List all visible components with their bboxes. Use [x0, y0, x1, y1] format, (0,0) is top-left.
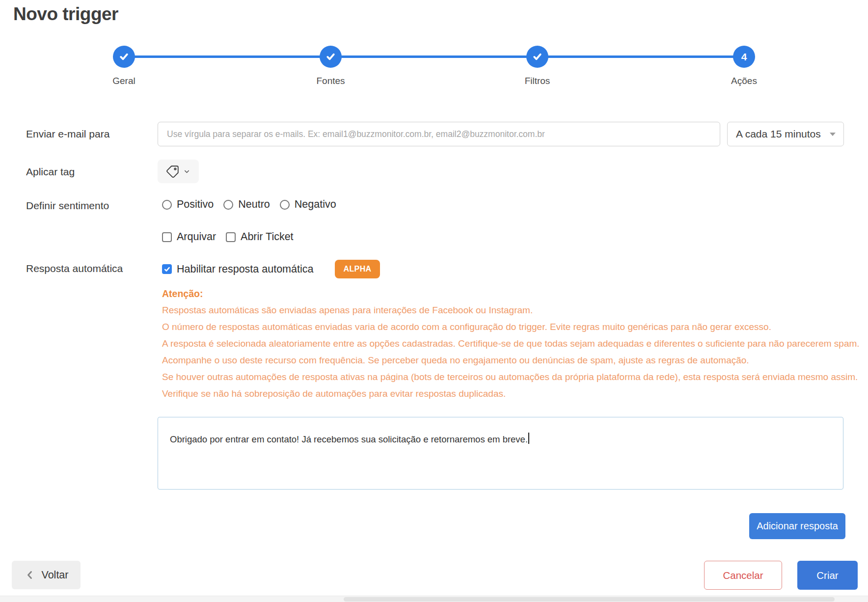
step-label: Filtros: [525, 76, 550, 86]
chevron-down-icon: [830, 133, 836, 136]
email-input[interactable]: [158, 122, 720, 146]
add-reply-button-label: Adicionar resposta: [757, 520, 838, 532]
warning-line: Acompanhe o uso deste recurso com frequê…: [162, 352, 860, 369]
radio-unchecked-icon: [223, 200, 233, 210]
reply-text: Obrigado por entrar em contato! Já receb…: [170, 434, 528, 444]
checkbox-unchecked-icon: [226, 232, 236, 242]
step-label: Geral: [112, 76, 135, 86]
step-label: Ações: [731, 76, 757, 86]
step-number: 4: [733, 46, 755, 68]
checkbox-option-habilitar-resposta[interactable]: Habilitar resposta automática: [162, 263, 313, 275]
email-row-label: Enviar e-mail para: [26, 128, 109, 140]
flag-options: Arquivar Abrir Ticket: [162, 231, 294, 243]
auto-reply-row: Habilitar resposta automática ALPHA: [162, 260, 380, 278]
stepper: Geral Fontes Filtros 4 Ações: [21, 46, 847, 90]
warning-heading: Atenção:: [162, 285, 860, 302]
tag-icon: [166, 165, 179, 178]
reply-textarea[interactable]: Obrigado por entrar em contato! Já receb…: [158, 417, 843, 490]
checkbox-label: Arquivar: [177, 231, 216, 243]
warning-line: Se houver outras automações de resposta …: [162, 369, 860, 385]
step-completed-check-icon: [526, 46, 548, 68]
radio-label: Neutro: [238, 198, 270, 211]
create-button-label: Criar: [816, 570, 838, 581]
radio-option-neutro[interactable]: Neutro: [223, 198, 270, 211]
checkbox-label: Habilitar resposta automática: [177, 263, 313, 275]
chevron-left-icon: [24, 569, 36, 581]
horizontal-scrollbar-thumb[interactable]: [344, 597, 835, 602]
radio-option-positivo[interactable]: Positivo: [162, 198, 214, 211]
step-completed-check-icon: [113, 46, 135, 68]
step-completed-check-icon: [320, 46, 342, 68]
apply-tag-button[interactable]: [158, 160, 199, 183]
chevron-down-icon: [183, 168, 190, 175]
step-filtros[interactable]: Filtros: [434, 46, 641, 86]
checkbox-label: Abrir Ticket: [241, 231, 294, 243]
add-reply-button[interactable]: Adicionar resposta: [749, 513, 845, 539]
tag-row-label: Aplicar tag: [26, 166, 75, 178]
page-title: Novo trigger: [13, 4, 118, 25]
step-fontes[interactable]: Fontes: [227, 46, 434, 86]
step-geral[interactable]: Geral: [21, 46, 227, 86]
radio-unchecked-icon: [162, 200, 172, 210]
auto-reply-warning: Atenção: Respostas automáticas são envia…: [162, 285, 860, 402]
radio-unchecked-icon: [280, 200, 290, 210]
text-cursor: [528, 433, 529, 444]
auto-reply-row-label: Resposta automática: [26, 263, 123, 274]
checkbox-unchecked-icon: [162, 232, 172, 242]
checkbox-checked-icon: [162, 264, 172, 274]
radio-label: Negativo: [295, 198, 336, 211]
frequency-selected-value: A cada 15 minutos: [736, 128, 821, 140]
radio-option-negativo[interactable]: Negativo: [280, 198, 336, 211]
checkbox-option-arquivar[interactable]: Arquivar: [162, 231, 216, 243]
warning-line: O número de respostas automáticas enviad…: [162, 319, 860, 335]
horizontal-scrollbar[interactable]: [0, 596, 868, 602]
back-button[interactable]: Voltar: [12, 561, 81, 589]
cancel-button-label: Cancelar: [723, 570, 763, 581]
step-acoes[interactable]: 4 Ações: [641, 46, 847, 86]
create-button[interactable]: Criar: [797, 561, 858, 590]
back-button-label: Voltar: [42, 569, 69, 581]
sentiment-options: Positivo Neutro Negativo: [162, 198, 336, 211]
checkbox-option-abrir-ticket[interactable]: Abrir Ticket: [226, 231, 294, 243]
alpha-badge: ALPHA: [335, 260, 380, 278]
warning-line: Verifique se não há sobreposição de auto…: [162, 385, 860, 402]
sentiment-row-label: Definir sentimento: [26, 200, 109, 212]
warning-line: A resposta é selecionada aleatoriamente …: [162, 335, 860, 352]
new-trigger-page: Novo trigger Geral Fontes Filtros: [0, 0, 868, 602]
warning-line: Respostas automáticas são enviadas apena…: [162, 302, 860, 319]
cancel-button[interactable]: Cancelar: [704, 561, 782, 590]
radio-label: Positivo: [177, 198, 214, 211]
step-label: Fontes: [316, 76, 345, 86]
frequency-select[interactable]: A cada 15 minutos: [727, 122, 844, 146]
